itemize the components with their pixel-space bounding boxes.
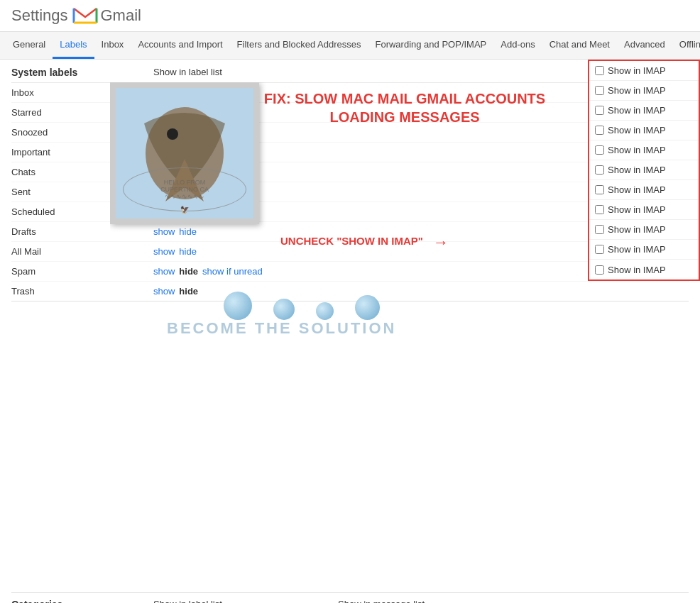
categories-title: Categories [11, 599, 62, 603]
categories-section: Categories Show in label list Show in me… [11, 592, 689, 603]
imap-label: Show in IMAP [608, 65, 666, 76]
stamp-image: 🦅 HELLO FROMCUPERTINO CA∿∿∿∿∿∿∿ [110, 82, 259, 224]
svg-point-2 [167, 128, 178, 140]
tab-addons[interactable]: Add-ons [493, 32, 542, 59]
tab-advanced[interactable]: Advanced [617, 32, 672, 59]
water-drops [224, 292, 380, 320]
imap-row-2: Show in IMAP [589, 81, 699, 101]
system-labels-col-show: Show in label list [153, 67, 222, 77]
imap-checkbox-8[interactable] [595, 205, 604, 214]
imap-row-9: Show in IMAP [589, 220, 699, 240]
system-labels-title: System labels [11, 67, 77, 78]
imap-checkbox-6[interactable] [595, 165, 604, 175]
tab-offline[interactable]: Offline [672, 32, 700, 59]
imap-row-6: Show in IMAP [589, 160, 699, 180]
settings-title: Settings [11, 6, 68, 25]
categories-col-show: Show in label list [153, 599, 222, 603]
imap-label: Show in IMAP [608, 105, 666, 116]
imap-checkbox-9[interactable] [595, 225, 604, 234]
imap-row-8: Show in IMAP [589, 200, 699, 220]
bg-text: BECOME THE SOLUTION [167, 319, 396, 338]
tab-inbox[interactable]: Inbox [94, 32, 131, 59]
imap-label: Show in IMAP [608, 224, 666, 235]
header: Settings Gmail [0, 0, 700, 32]
imap-label: Show in IMAP [608, 125, 666, 135]
arrow-right-top: → [433, 233, 449, 252]
tab-forwarding[interactable]: Forwarding and POP/IMAP [368, 32, 493, 59]
imap-label: Show in IMAP [608, 85, 666, 96]
tab-general[interactable]: General [6, 32, 53, 59]
imap-checkbox-4[interactable] [595, 126, 604, 135]
categories-col-msg: Show in message list [338, 599, 425, 603]
imap-checkbox-5[interactable] [595, 145, 604, 155]
imap-checkbox-1[interactable] [595, 66, 604, 75]
gmail-m-logo [72, 6, 98, 26]
imap-checkbox-3[interactable] [595, 106, 604, 115]
imap-row-10: Show in IMAP [589, 240, 699, 260]
gmail-title: Gmail [101, 6, 141, 25]
imap-checkbox-11[interactable] [595, 265, 604, 275]
imap-row-4: Show in IMAP [589, 121, 699, 140]
uncheck-text-top: UNCHECK "SHOW IN IMAP" [280, 235, 423, 247]
imap-label: Show in IMAP [608, 265, 666, 275]
tab-chat[interactable]: Chat and Meet [542, 32, 617, 59]
overlay-content: 🦅 HELLO FROMCUPERTINO CA∿∿∿∿∿∿∿ FIX: SLO… [110, 82, 564, 341]
imap-row-1: Show in IMAP [589, 61, 699, 81]
imap-checkbox-2[interactable] [595, 86, 604, 95]
imap-row-3: Show in IMAP [589, 101, 699, 121]
imap-system-panel: Show in IMAP Show in IMAP Show in IMAP S… [588, 60, 700, 281]
tab-filters[interactable]: Filters and Blocked Addresses [230, 32, 368, 59]
imap-label: Show in IMAP [608, 184, 666, 195]
imap-checkbox-10[interactable] [595, 245, 604, 254]
imap-checkbox-7[interactable] [595, 185, 604, 194]
imap-label: Show in IMAP [608, 204, 666, 215]
nav-tabs: General Labels Inbox Accounts and Import… [0, 32, 700, 60]
tab-labels[interactable]: Labels [53, 32, 94, 59]
fix-title: FIX: SLOW MAC MAIL GMAIL ACCOUNTS LOADIN… [263, 89, 547, 126]
imap-row-11: Show in IMAP [589, 260, 699, 280]
imap-label: Show in IMAP [608, 165, 666, 175]
imap-row-7: Show in IMAP [589, 180, 699, 200]
imap-label: Show in IMAP [608, 244, 666, 255]
imap-label: Show in IMAP [608, 145, 666, 155]
tab-accounts[interactable]: Accounts and Import [131, 32, 229, 59]
main-content: System labels Show in label list Inbox s… [0, 60, 700, 603]
imap-row-5: Show in IMAP [589, 140, 699, 160]
